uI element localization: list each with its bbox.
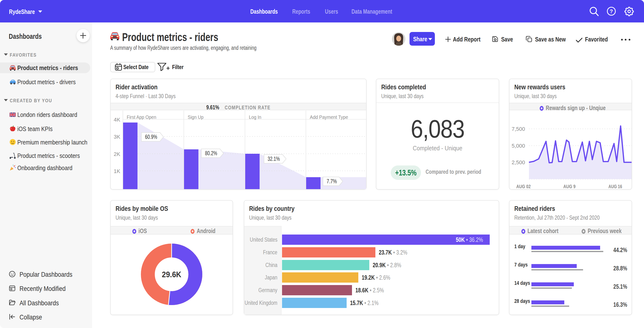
svg-text:5,000: 5,000: [512, 143, 525, 149]
svg-text:80.2%: 80.2%: [205, 150, 217, 156]
svg-text:60.9%: 60.9%: [145, 134, 157, 140]
svg-text:29.6K: 29.6K: [162, 270, 181, 279]
svg-text:?: ?: [610, 8, 613, 15]
svg-text:3K: 3K: [114, 134, 120, 140]
svg-text:AUG 9: AUG 9: [563, 184, 576, 189]
svg-text:2,500: 2,500: [512, 159, 525, 166]
svg-text:Log In: Log In: [249, 114, 261, 120]
svg-text:4K: 4K: [114, 117, 120, 123]
svg-text:2K: 2K: [114, 151, 120, 157]
svg-text:AUG 16: AUG 16: [608, 184, 622, 189]
svg-text:7,500: 7,500: [512, 126, 525, 132]
svg-text:First App Open: First App Open: [127, 114, 156, 120]
svg-text:32.1%: 32.1%: [268, 156, 280, 162]
svg-text:Sign Up: Sign Up: [188, 114, 204, 120]
svg-text:AUG 02: AUG 02: [516, 184, 531, 189]
svg-text:7.7%: 7.7%: [327, 178, 337, 185]
svg-text:Add Payment Type: Add Payment Type: [310, 114, 348, 120]
svg-text:1K: 1K: [114, 168, 120, 174]
